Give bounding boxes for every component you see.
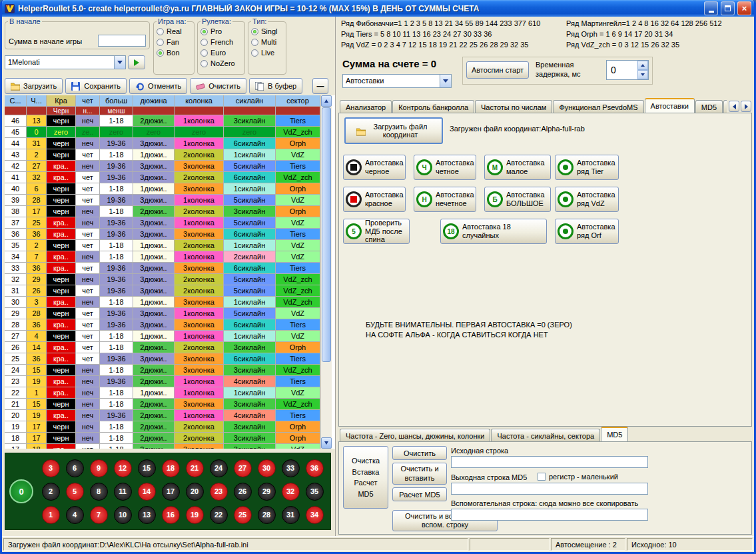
history-row[interactable]: 3126чернчет19-363дюжи..2колонка5сиклайнV… <box>5 285 320 297</box>
radio-type-singl[interactable]: Singl <box>251 26 283 37</box>
load-button[interactable]: Загрузить <box>5 78 63 94</box>
md5-aux-input[interactable] <box>451 509 648 521</box>
history-row[interactable]: 3636кра..чет19-363дюжи..3колонка6сиклайн… <box>5 229 320 240</box>
board-number-20[interactable]: 20 <box>186 483 204 501</box>
autospin-start-button[interactable]: Автоспин старт <box>466 61 529 79</box>
history-row[interactable]: 4227кра..неч19-363дюжи..3колонка5сиклайн… <box>5 161 320 172</box>
history-row[interactable]: 352чернчет1-181дюжи..2колонка1сиклайнVdZ <box>5 240 320 251</box>
history-row[interactable]: 1817черннеч1-182дюжи..2колонка3сиклайнOr… <box>5 433 320 444</box>
collapse-button[interactable]: — <box>312 78 328 94</box>
autobet-random18-button[interactable]: 18Автоставка 18 случайных <box>440 219 547 244</box>
board-number-14[interactable]: 14 <box>138 483 156 501</box>
board-number-10[interactable]: 10 <box>114 506 132 524</box>
history-row[interactable]: 2019кра..неч19-362дюжи..1колонка4сиклайн… <box>5 410 320 421</box>
history-row[interactable]: 3725кра..неч19-363дюжи..1колонка5сиклайн… <box>5 217 320 229</box>
board-number-36[interactable]: 36 <box>306 459 324 477</box>
md5-source-input[interactable] <box>451 456 648 468</box>
undo-button[interactable]: Отменить <box>129 78 187 94</box>
board-number-35[interactable]: 35 <box>306 483 324 501</box>
history-row[interactable]: 2319кра..неч19-362дюжи..1колонка4сиклайн… <box>5 376 320 387</box>
autobet-vdz-button[interactable]: Автоставка ряд VdZ <box>555 187 619 212</box>
board-number-7[interactable]: 7 <box>90 506 108 524</box>
board-number-26[interactable]: 26 <box>234 483 252 501</box>
close-button[interactable]: × <box>737 1 751 15</box>
md5-clear-button[interactable]: Очистить <box>392 446 447 460</box>
board-number-24[interactable]: 24 <box>210 459 228 477</box>
save-button[interactable]: Сохранить <box>65 78 127 94</box>
board-number-6[interactable]: 6 <box>66 459 84 477</box>
md5-clear-paste-button[interactable]: Очистить и вставить <box>392 463 447 485</box>
tab-анализатор[interactable]: Анализатор <box>340 100 392 113</box>
radio-roulette-euro[interactable]: Euro <box>200 47 242 58</box>
board-number-16[interactable]: 16 <box>162 506 180 524</box>
board-number-15[interactable]: 15 <box>138 459 156 477</box>
board-number-27[interactable]: 27 <box>234 459 252 477</box>
board-number-19[interactable]: 19 <box>186 506 204 524</box>
history-row[interactable]: 1917черннеч1-182дюжи..2колонка3сиклайнOr… <box>5 421 320 433</box>
autobet-red-button[interactable]: Автоставка красное <box>343 187 406 212</box>
spinner-up-icon[interactable] <box>637 61 648 70</box>
autobet-black-button[interactable]: Автоставка черное <box>343 155 406 180</box>
tab-частота-zero-шансы-дюжины-колонки[interactable]: Частота - Zero, шансы, дюжины, колонки <box>340 429 490 441</box>
board-number-18[interactable]: 18 <box>162 459 180 477</box>
radio-game-real[interactable]: Real <box>157 26 191 37</box>
tab-частота-сиклайны-сектора[interactable]: Частота - сиклайны, сектора <box>491 429 600 441</box>
history-row[interactable]: 406чернчет1-181дюжи..3колонка1сиклайнOrp… <box>5 183 320 195</box>
board-number-23[interactable]: 23 <box>210 483 228 501</box>
radio-type-live[interactable]: Live <box>251 47 283 58</box>
autobets-combo[interactable]: Автоставки <box>342 74 452 88</box>
board-number-3[interactable]: 3 <box>42 459 60 477</box>
tab-функционал-psevdoms[interactable]: Функционал PsevdoMS <box>553 100 643 113</box>
board-number-22[interactable]: 22 <box>210 506 228 524</box>
board-number-25[interactable]: 25 <box>234 506 252 524</box>
clear-button[interactable]: Очистить <box>190 78 246 94</box>
board-number-8[interactable]: 8 <box>90 483 108 501</box>
play-button[interactable] <box>128 55 145 69</box>
md5-output-input[interactable] <box>451 483 648 495</box>
board-number-29[interactable]: 29 <box>258 483 276 501</box>
board-number-33[interactable]: 33 <box>282 459 300 477</box>
delay-spinner[interactable]: 0 <box>606 60 649 80</box>
history-row[interactable]: 4613черннеч1-182дюжи..1колонка3сиклайнTi… <box>5 115 320 127</box>
history-row[interactable]: 450zeroze..zerozerozerozeroVdZ_zch <box>5 127 320 138</box>
tab-автоставки[interactable]: Автоставки <box>645 98 695 113</box>
scrollbar-thumb[interactable] <box>322 107 331 362</box>
tabs-scroll-left-icon[interactable] <box>729 101 739 112</box>
board-number-4[interactable]: 4 <box>66 506 84 524</box>
history-row[interactable]: 2536кра..чет19-363дюжи..3колонка6сиклайн… <box>5 353 320 365</box>
minimize-button[interactable] <box>704 1 718 15</box>
board-number-5[interactable]: 5 <box>66 483 84 501</box>
history-row[interactable]: 2614кра..чет1-182дюжи..2колонка3сиклайнO… <box>5 342 320 353</box>
board-number-32[interactable]: 32 <box>282 483 300 501</box>
radio-roulette-french[interactable]: French <box>200 37 242 47</box>
board-number-11[interactable]: 11 <box>114 483 132 501</box>
autobet-big-button[interactable]: БАвтоставка БОЛЬШОЕ <box>484 187 551 212</box>
history-scrollbar[interactable] <box>320 95 332 449</box>
maximize-button[interactable] <box>721 1 735 15</box>
board-number-34[interactable]: 34 <box>306 506 324 524</box>
autobet-orf-button[interactable]: Автоставка ряд Orf <box>555 219 619 244</box>
spinner-down-icon[interactable] <box>637 70 648 79</box>
history-row[interactable]: 2415черннеч1-182дюжи..3колонка3сиклайнVd… <box>5 365 320 376</box>
history-row[interactable]: 3928чернчет19-363дюжи..1колонка5сиклайнV… <box>5 195 320 206</box>
register-checkbox[interactable] <box>538 473 546 481</box>
board-zero[interactable]: 0 <box>9 479 33 503</box>
history-row[interactable]: 2115черннеч1-182дюжи..3колонка3сиклайнVd… <box>5 399 320 410</box>
board-number-13[interactable]: 13 <box>138 506 156 524</box>
history-row[interactable]: 3336кра..чет19-363дюжи..3колонка6сиклайн… <box>5 263 320 274</box>
autobets-combo-arrow[interactable] <box>440 75 451 87</box>
history-row[interactable]: 432чернчет1-181дюжи..2колонка1сиклайнVdZ <box>5 149 320 161</box>
board-number-30[interactable]: 30 <box>258 459 276 477</box>
history-row[interactable]: 221кра..неч1-181дюжи..1колонка1сиклайнVd… <box>5 387 320 399</box>
scroll-up-icon[interactable] <box>321 95 332 107</box>
board-number-21[interactable]: 21 <box>186 459 204 477</box>
history-row[interactable]: 347кра..неч1-181дюжи..1колонка2сиклайнVd… <box>5 251 320 263</box>
md5-big-button[interactable]: Очистка Вставка Расчет MD5 <box>343 446 388 509</box>
scrollbar-track[interactable] <box>321 363 332 437</box>
history-row[interactable]: 303кра..неч1-181дюжи..3колонка1сиклайнVd… <box>5 297 320 308</box>
board-number-12[interactable]: 12 <box>114 459 132 477</box>
board-number-9[interactable]: 9 <box>90 459 108 477</box>
radio-game-fan[interactable]: Fan <box>157 37 191 47</box>
board-number-17[interactable]: 17 <box>162 483 180 501</box>
radio-game-bon[interactable]: Bon <box>157 47 191 58</box>
